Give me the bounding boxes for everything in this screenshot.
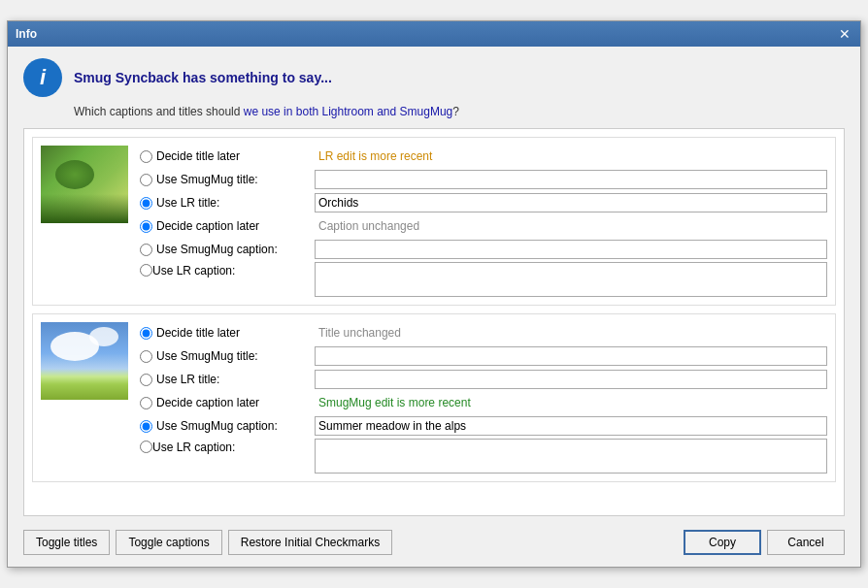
subtitle-plain: Which captions and titles should <box>74 105 244 118</box>
lr-title-1-input[interactable] <box>315 193 827 212</box>
field-row-decide-caption-2: Decide caption later SmugMug edit is mor… <box>140 392 827 413</box>
radio-lr-caption-1[interactable]: Use LR caption: <box>140 262 315 278</box>
radio-decide-title-1-input[interactable] <box>140 150 152 163</box>
cancel-button[interactable]: Cancel <box>767 530 845 555</box>
decide-title-2-label: Decide title later <box>156 326 240 340</box>
radio-smugmug-caption-1-input[interactable] <box>140 244 152 256</box>
photo-thumb-2 <box>41 322 128 400</box>
field-row-smugmug-title-1: Use SmugMug title: <box>140 169 827 190</box>
restore-button[interactable]: Restore Initial Checkmarks <box>228 530 392 555</box>
smugmug-title-2-input[interactable] <box>315 346 827 366</box>
radio-decide-title-2-input[interactable] <box>140 327 152 340</box>
radio-lr-title-1[interactable]: Use LR title: <box>140 196 315 210</box>
smugmug-title-1-input[interactable] <box>315 170 827 189</box>
title-status-1: LR edit is more recent <box>318 149 432 163</box>
field-row-decide-title-2: Decide title later Title unchanged <box>140 322 827 343</box>
decide-caption-2-label: Decide caption later <box>156 396 259 409</box>
header-title: Smug Syncback has something to say... <box>74 70 332 85</box>
radio-lr-title-2-input[interactable] <box>140 374 152 386</box>
scroll-inner: Decide title later LR edit is more recen… <box>24 129 844 498</box>
radio-smugmug-title-1[interactable]: Use SmugMug title: <box>140 173 315 186</box>
photo-row-2: Decide title later Title unchanged Use S… <box>32 313 836 482</box>
close-button[interactable]: ✕ <box>837 26 852 42</box>
dialog-body: i Smug Syncback has something to say... … <box>8 47 860 567</box>
radio-decide-caption-1[interactable]: Decide caption later <box>140 219 315 233</box>
smugmug-caption-2-input[interactable] <box>315 416 827 436</box>
radio-decide-title-1[interactable]: Decide title later <box>140 149 315 163</box>
header-section: i Smug Syncback has something to say... <box>23 58 845 97</box>
field-row-decide-title-1: Decide title later LR edit is more recen… <box>140 146 827 167</box>
field-row-smugmug-title-2: Use SmugMug title: <box>140 345 827 367</box>
toggle-captions-button[interactable]: Toggle captions <box>116 530 221 555</box>
title-bar: Info ✕ <box>8 21 860 47</box>
radio-smugmug-caption-2[interactable]: Use SmugMug caption: <box>140 419 315 433</box>
caption-status-2: SmugMug edit is more recent <box>318 396 471 409</box>
radio-smugmug-title-1-input[interactable] <box>140 174 152 186</box>
info-icon: i <box>23 58 62 97</box>
title-status-2: Title unchanged <box>318 326 401 340</box>
field-row-decide-caption-1: Decide caption later Caption unchanged <box>140 215 827 237</box>
smugmug-caption-2-label: Use SmugMug caption: <box>156 419 278 433</box>
radio-lr-title-1-input[interactable] <box>140 197 152 210</box>
field-row-smugmug-caption-1: Use SmugMug caption: <box>140 239 827 260</box>
radio-decide-title-2[interactable]: Decide title later <box>140 326 315 340</box>
radio-smugmug-caption-2-input[interactable] <box>140 420 152 433</box>
title-bar-text: Info <box>16 27 37 41</box>
caption-status-1: Caption unchanged <box>318 219 419 233</box>
field-row-lr-title-2: Use LR title: <box>140 369 827 390</box>
lr-title-2-input[interactable] <box>315 370 827 389</box>
smugmug-caption-1-input[interactable] <box>315 240 827 259</box>
radio-smugmug-title-2[interactable]: Use SmugMug title: <box>140 349 315 363</box>
lr-title-1-label: Use LR title: <box>156 196 219 210</box>
copy-button[interactable]: Copy <box>684 530 761 555</box>
smugmug-title-2-label: Use SmugMug title: <box>156 349 258 363</box>
radio-decide-caption-2[interactable]: Decide caption later <box>140 396 315 409</box>
subtitle-end: ? <box>452 105 459 118</box>
lr-caption-1-label: Use LR caption: <box>152 264 235 278</box>
dialog: Info ✕ i Smug Syncback has something to … <box>7 20 861 568</box>
fields-section-2: Decide title later Title unchanged Use S… <box>140 322 827 474</box>
field-row-smugmug-caption-2: Use SmugMug caption: <box>140 415 827 437</box>
lr-caption-2-label: Use LR caption: <box>152 441 235 454</box>
radio-lr-caption-1-input[interactable] <box>140 264 152 277</box>
radio-smugmug-title-2-input[interactable] <box>140 350 152 363</box>
decide-title-1-label: Decide title later <box>156 149 240 163</box>
lr-caption-2-textarea[interactable] <box>315 439 827 474</box>
radio-lr-title-2[interactable]: Use LR title: <box>140 373 315 386</box>
field-row-lr-caption-2: Use LR caption: <box>140 439 827 474</box>
radio-lr-caption-2-input[interactable] <box>140 441 152 453</box>
smugmug-caption-1-label: Use SmugMug caption: <box>156 243 278 256</box>
footer-buttons: Toggle titles Toggle captions Restore In… <box>23 526 845 555</box>
scroll-container[interactable]: Decide title later LR edit is more recen… <box>23 128 845 516</box>
lr-caption-1-textarea[interactable] <box>315 262 827 297</box>
radio-decide-caption-2-input[interactable] <box>140 397 152 409</box>
decide-caption-1-label: Decide caption later <box>156 219 259 233</box>
toggle-titles-button[interactable]: Toggle titles <box>23 530 110 555</box>
lr-title-2-label: Use LR title: <box>156 373 219 386</box>
radio-decide-caption-1-input[interactable] <box>140 220 152 233</box>
header-subtitle: Which captions and titles should we use … <box>74 105 845 118</box>
footer-left: Toggle titles Toggle captions Restore In… <box>23 530 392 555</box>
smugmug-title-1-label: Use SmugMug title: <box>156 173 258 186</box>
fields-section-1: Decide title later LR edit is more recen… <box>140 146 827 297</box>
radio-lr-caption-2[interactable]: Use LR caption: <box>140 439 315 454</box>
subtitle-highlight: we use in both Lightroom and SmugMug <box>244 105 452 118</box>
field-row-lr-caption-1: Use LR caption: <box>140 262 827 297</box>
footer-right: Copy Cancel <box>684 530 845 555</box>
photo-thumb-1 <box>41 146 128 223</box>
photo-row-1: Decide title later LR edit is more recen… <box>32 137 836 306</box>
field-row-lr-title-1: Use LR title: <box>140 192 827 213</box>
radio-smugmug-caption-1[interactable]: Use SmugMug caption: <box>140 243 315 256</box>
